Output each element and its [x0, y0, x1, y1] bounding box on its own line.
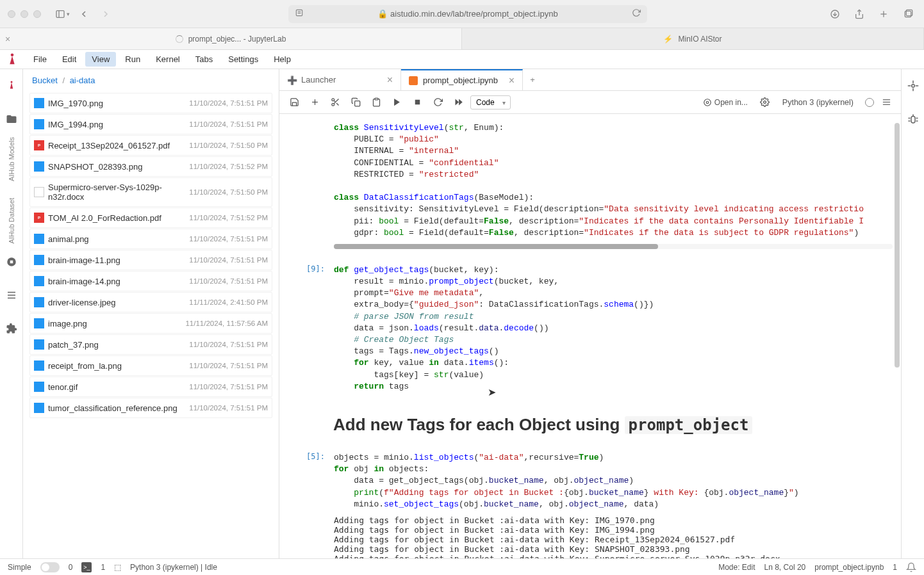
kernels-count[interactable]: 1 [101, 563, 105, 572]
file-row[interactable]: tenor.gif11/10/2024, 7:51:51 PM [29, 377, 272, 397]
svg-point-12 [11, 53, 14, 56]
file-row[interactable]: IMG_1994.png11/10/2024, 7:51:51 PM [29, 114, 272, 134]
extensions-rail-icon[interactable] [3, 320, 21, 337]
open-in-button[interactable]: Open in... [698, 95, 753, 109]
close-tab-icon[interactable]: × [5, 34, 10, 44]
tabs-icon[interactable]: ⬚ [114, 563, 121, 572]
menu-file[interactable]: File [27, 52, 53, 67]
file-date: 11/10/2024, 7:51:50 PM [189, 142, 268, 149]
minio-rail-icon[interactable] [3, 77, 21, 95]
menubar: File Edit View Run Kernel Tabs Settings … [0, 50, 924, 69]
status-kernel[interactable]: Python 3 (ipykernel) | Idle [130, 563, 217, 572]
window-tab-minio[interactable]: ⚡ MinIO AIStor [462, 28, 924, 49]
horizontal-scrollbar[interactable] [334, 244, 893, 249]
code-cell[interactable]: [5]: objects = minio.list_objects("ai-da… [279, 445, 901, 558]
sidebar-toggle[interactable]: ▾ [54, 6, 70, 22]
code-area[interactable]: class SensitivityLevel(str, Enum): PUBLI… [334, 122, 893, 239]
file-row[interactable]: IMG_1970.png11/10/2024, 7:51:51 PM [29, 93, 272, 113]
menu-kernel[interactable]: Kernel [149, 52, 186, 67]
debugger-icon[interactable] [904, 110, 922, 128]
restart-run-all-button[interactable] [450, 94, 466, 111]
file-row[interactable]: patch_37.png11/10/2024, 7:51:51 PM [29, 334, 272, 355]
add-cell-button[interactable] [306, 94, 323, 111]
cell-type-select[interactable]: Code [470, 95, 511, 109]
property-inspector-icon[interactable] [904, 77, 922, 95]
menu-settings[interactable]: Settings [222, 52, 265, 67]
breadcrumb-root[interactable]: Bucket [32, 76, 58, 85]
code-cell[interactable]: class SensitivityLevel(str, Enum): PUBLI… [279, 115, 901, 256]
terminals-count[interactable]: 0 [69, 563, 73, 572]
cell-prompt [280, 120, 331, 252]
file-row[interactable]: brain-image-11.png11/10/2024, 7:51:51 PM [29, 250, 272, 270]
file-row[interactable]: receipt_from_la.png11/10/2024, 7:51:51 P… [29, 355, 272, 376]
file-name: receipt_from_la.png [48, 361, 189, 371]
code-area[interactable]: objects = minio.list_objects("ai-data",r… [334, 452, 893, 510]
menu-edit[interactable]: Edit [56, 52, 83, 67]
kernel-status-icon[interactable] [865, 98, 874, 107]
close-icon[interactable]: × [509, 75, 515, 86]
kernel-name[interactable]: Python 3 (ipykernel) [777, 98, 859, 107]
bell-icon[interactable] [906, 562, 916, 572]
save-button[interactable] [286, 94, 302, 111]
paste-button[interactable] [368, 94, 384, 111]
terminal-icon[interactable]: >_ [81, 562, 92, 572]
tabs-overview-icon[interactable] [900, 6, 916, 22]
notebook-content[interactable]: class SensitivityLevel(str, Enum): PUBLI… [279, 114, 901, 558]
tab-launcher[interactable]: ➕ Launcher × [279, 69, 401, 90]
file-row[interactable]: driver-license.jpeg11/11/2024, 2:41:50 P… [29, 292, 272, 312]
code-area[interactable]: def get_object_tags(bucket, key): result… [334, 264, 893, 393]
tab-notebook[interactable]: prompt_object.ipynb × [401, 69, 523, 90]
maximize-window[interactable] [33, 10, 41, 18]
nav-forward[interactable] [97, 6, 114, 22]
minimize-window[interactable] [21, 10, 28, 18]
running-rail-icon[interactable] [3, 253, 21, 271]
menu-help[interactable]: Help [267, 52, 297, 67]
copy-button[interactable] [347, 94, 364, 111]
simple-toggle[interactable] [40, 562, 60, 572]
file-row[interactable]: Supermicro-server-Sys-1029p-n32r.docx11/… [29, 177, 272, 207]
folder-rail-icon[interactable] [3, 110, 21, 128]
new-tab-icon[interactable] [875, 6, 892, 22]
code-cell[interactable]: [9]: def get_object_tags(bucket, key): r… [279, 257, 901, 400]
file-row[interactable]: brain-image-14.png11/10/2024, 7:51:51 PM [29, 271, 272, 291]
file-row[interactable]: SNAPSHOT_028393.png11/10/2024, 7:51:52 P… [29, 156, 272, 177]
file-row[interactable]: PReceipt_13Sep2024_061527.pdf11/10/2024,… [29, 135, 272, 156]
file-row[interactable]: tumor_classification_reference.png11/10/… [29, 398, 272, 418]
refresh-icon[interactable] [632, 8, 641, 19]
add-tab-button[interactable]: + [523, 69, 542, 90]
run-button[interactable] [388, 94, 405, 111]
file-name: Supermicro-server-Sys-1029p-n32r.docx [48, 182, 189, 202]
status-ln[interactable]: Ln 8, Col 20 [764, 563, 806, 572]
breadcrumb-path[interactable]: ai-data [70, 76, 95, 85]
cut-button[interactable] [327, 94, 343, 111]
jupyter-logo[interactable] [5, 53, 19, 67]
status-mode[interactable]: Mode: Edit [718, 563, 755, 572]
markdown-cell[interactable]: Add new Tags for each Object using promp… [279, 401, 901, 444]
aihub-models-label[interactable]: AIHub Models [8, 129, 15, 189]
status-file[interactable]: prompt_object.ipynb [814, 563, 884, 572]
menu-run[interactable]: Run [119, 52, 147, 67]
toolbar-menu-icon[interactable] [878, 94, 895, 111]
close-icon[interactable]: × [387, 74, 393, 86]
close-window[interactable] [8, 10, 15, 18]
url-bar[interactable]: 🔒 aistudio.min.dev/lab/tree/prompt_objec… [288, 5, 647, 23]
menu-view[interactable]: View [85, 52, 116, 67]
menu-tabs[interactable]: Tabs [189, 52, 219, 67]
restart-button[interactable] [429, 94, 446, 111]
scrollbar[interactable] [895, 114, 900, 558]
share-icon[interactable] [851, 6, 868, 22]
file-list[interactable]: IMG_1970.png11/10/2024, 7:51:51 PMIMG_19… [23, 90, 279, 558]
nav-back[interactable] [76, 6, 92, 22]
file-row[interactable]: animal.png11/10/2024, 7:51:51 PM [29, 229, 272, 249]
img-file-icon [34, 161, 44, 172]
downloads-icon[interactable] [827, 6, 843, 22]
aihub-dataset-label[interactable]: AIHub Dataset [8, 190, 15, 252]
window-tab-jupyterlab[interactable]: × prompt_objec... - JupyterLab [0, 28, 462, 49]
file-row[interactable]: PTOM_AI 2.0_ForRedaction.pdf11/10/2024, … [29, 207, 272, 228]
toc-rail-icon[interactable] [3, 286, 21, 304]
stop-button[interactable] [409, 94, 425, 111]
breadcrumb: Bucket / ai-data [23, 69, 279, 90]
file-row[interactable]: image.png11/11/2024, 11:57:56 AM [29, 313, 272, 334]
gear-icon[interactable] [757, 94, 773, 111]
file-date: 11/10/2024, 7:51:52 PM [189, 163, 268, 170]
